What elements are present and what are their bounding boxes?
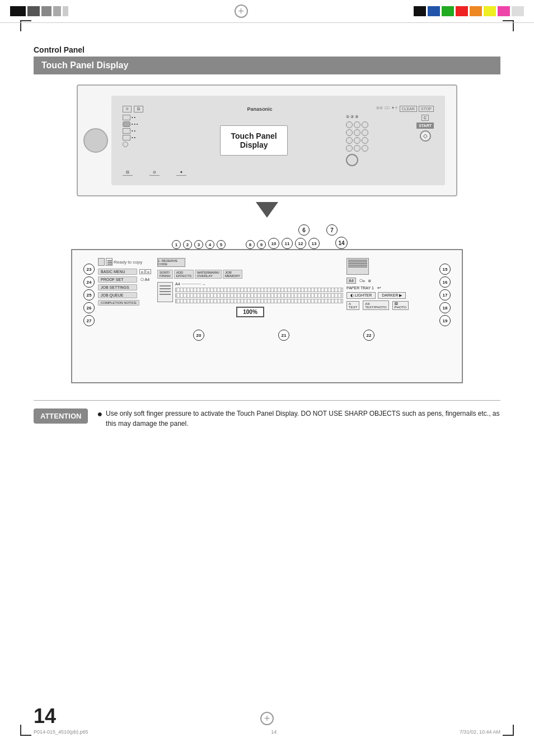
brand-label: Panasonic: [247, 106, 273, 112]
num-6: 6: [298, 224, 310, 236]
num-17: 17: [439, 289, 451, 300]
attention-section: ATTENTION ● Use only soft finger pressur…: [34, 400, 500, 436]
lp-completion: COMPLETION NOTICE: [98, 300, 154, 306]
rp-a4: A4 ⎔⎄ ≡: [346, 278, 436, 284]
num-11: 11: [282, 238, 293, 249]
footer: P014-015_4510(pb).p65 14 7/31/02, 10:44 …: [0, 729, 534, 735]
lp-basic-menu: BASIC MENU ⎄ ⎄: [98, 269, 154, 275]
percentage-display: 100%: [236, 307, 264, 317]
color-swatch-white: [512, 6, 524, 16]
footer-right: 7/31/02, 10:44 AM: [460, 729, 500, 735]
page-number: 14: [34, 705, 56, 728]
num-9: 9: [257, 240, 266, 249]
bar-block-3: [41, 6, 51, 16]
printer-diagram: ⑤ 🖻 Panasonic ⊙⊙ □□ ✦✧ CLEAR STOP • • • …: [77, 84, 457, 196]
bar-block-4: [53, 6, 61, 16]
lp-proof-set: PROOF SET ⎔ A4: [98, 276, 154, 283]
attention-text: ● Use only soft finger pressure to activ…: [97, 408, 500, 429]
touch-label-line2: Display: [231, 140, 277, 149]
rp-lighter-darker: ◐ LIGHTER DARKER ▶: [346, 292, 436, 299]
crosshair-top: [235, 4, 248, 18]
num-1: 1: [172, 240, 181, 249]
footer-center: 14: [271, 729, 277, 735]
attention-body: Use only soft finger pressure to activat…: [106, 408, 500, 429]
num-26: 26: [83, 302, 95, 313]
color-swatch-pink: [498, 6, 510, 16]
bar-block-2: [27, 6, 40, 16]
num-19: 19: [439, 315, 451, 326]
num-12: 12: [295, 238, 306, 249]
touch-label-line1: Touch Panel: [231, 132, 277, 140]
num-15: 15: [439, 264, 451, 275]
num-8: 8: [246, 240, 255, 249]
top-bar-left-pattern: [10, 6, 68, 16]
num-10: 10: [268, 238, 279, 249]
num-27: 27: [83, 315, 95, 326]
crosshair-bottom: [260, 712, 274, 725]
num-7: 7: [326, 224, 338, 236]
main-diagram: 6 7 1 2 3 4 5 8 9 10 11 12 13 14: [71, 224, 463, 383]
top-bar: [0, 0, 534, 23]
left-panel: Ready to copy BASIC MENU ⎄ ⎄ PROOF SET ⎔…: [98, 258, 154, 326]
num-25: 25: [83, 289, 95, 300]
color-swatch-green: [442, 6, 454, 16]
num-16: 16: [439, 276, 451, 288]
bar-block-1: [10, 6, 26, 16]
bullet-dot: ●: [97, 408, 102, 419]
num-21: 21: [278, 330, 289, 341]
num-24: 24: [83, 276, 95, 288]
color-swatch-red: [456, 6, 468, 16]
title-bar: Touch Panel Display: [34, 57, 500, 74]
color-swatch-black: [414, 6, 426, 16]
lp-job-queue: JOB QUEUE: [98, 292, 154, 298]
footer-left: P014-015_4510(pb).p65: [34, 729, 88, 735]
num-20: 20: [193, 330, 204, 341]
main-content: Control Panel Touch Panel Display ⑤ 🖻 Pa…: [0, 23, 534, 448]
num-13: 13: [308, 238, 320, 249]
num-4: 4: [205, 240, 214, 249]
num-3: 3: [194, 240, 203, 249]
section-heading: Control Panel: [34, 45, 500, 54]
num-18: 18: [439, 302, 451, 313]
color-swatch-orange: [470, 6, 482, 16]
attention-badge: ATTENTION: [34, 408, 88, 424]
num-14: 14: [335, 237, 348, 249]
printer-left-circle: [83, 128, 108, 153]
rp-text-modes: ATEXT A≋TEXT/PHOTO 🖼PHOTO: [346, 300, 436, 310]
rp-paper-tray: PAPER TRAY 1 ↩: [346, 285, 436, 290]
lp-job-settings: JOB SETTINGS: [98, 284, 154, 290]
num-5: 5: [217, 240, 226, 249]
num-22: 22: [363, 330, 374, 341]
arrow-down-shape: [256, 202, 278, 218]
bar-block-5: [63, 6, 68, 16]
color-swatch-blue: [428, 6, 440, 16]
printer-inner: ⑤ 🖻 Panasonic ⊙⊙ □□ ✦✧ CLEAR STOP • • • …: [111, 96, 445, 185]
center-panel: 1: RESERVE CODE SORT/FINISH ADDEFFECTS W…: [157, 258, 343, 326]
num-23: 23: [83, 264, 95, 275]
top-bar-right-pattern: [414, 6, 524, 16]
color-swatch-yellow: [484, 6, 496, 16]
diagram-panel: 23 24 25 26 27: [71, 249, 463, 383]
top-bar-center: [68, 4, 414, 18]
arrow-down: [34, 202, 500, 218]
num-2: 2: [183, 240, 192, 249]
right-panel: A4 ⎔⎄ ≡ PAPER TRAY 1 ↩ ◐ LIGHTER DARKER …: [346, 258, 436, 326]
